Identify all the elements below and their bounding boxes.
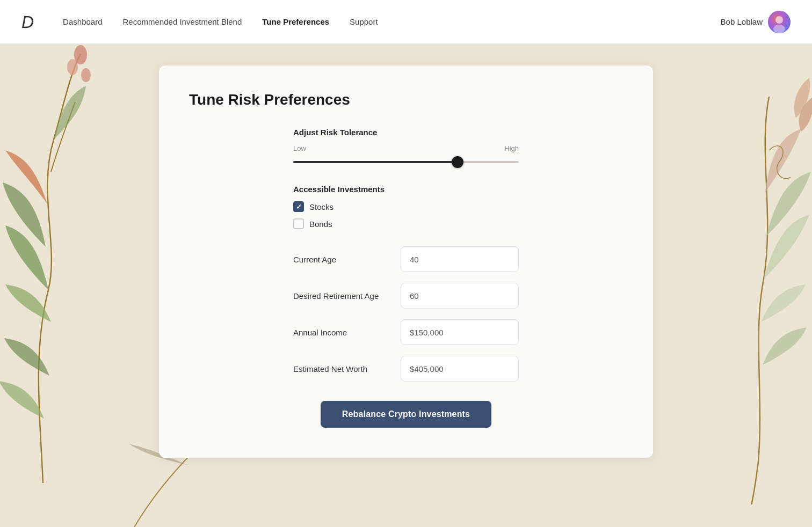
bonds-checkbox[interactable] [293, 218, 304, 229]
stocks-label: Stocks [309, 202, 334, 211]
main-content: Tune Risk Preferences Adjust Risk Tolera… [0, 44, 812, 479]
nav-support[interactable]: Support [341, 13, 387, 31]
current-age-label: Current Age [293, 255, 336, 264]
net-worth-input[interactable] [401, 356, 519, 382]
svg-point-4 [775, 16, 783, 24]
annual-income-row: Annual Income [293, 319, 519, 345]
accessible-investments-label: Accessible Investments [293, 185, 519, 194]
preferences-card: Tune Risk Preferences Adjust Risk Tolera… [159, 65, 653, 458]
username: Bob Loblaw [721, 17, 763, 26]
current-age-input[interactable] [401, 246, 519, 272]
net-worth-row: Estimated Net Worth [293, 356, 519, 382]
avatar[interactable] [768, 11, 791, 33]
retirement-age-row: Desired Retirement Age [293, 283, 519, 309]
slider-wrapper [293, 157, 519, 167]
retirement-age-label: Desired Retirement Age [293, 291, 379, 301]
risk-tolerance-slider[interactable] [293, 161, 519, 163]
retirement-age-input[interactable] [401, 283, 519, 309]
user-profile: Bob Loblaw [721, 11, 791, 33]
app-logo[interactable]: D [21, 13, 33, 31]
current-age-row: Current Age [293, 246, 519, 272]
svg-point-5 [773, 25, 785, 33]
nav-recommended-investment-blend[interactable]: Recommended Investment Blend [114, 13, 251, 31]
page-title: Tune Risk Preferences [189, 91, 623, 108]
checkbox-stocks[interactable]: Stocks [293, 201, 519, 212]
rebalance-button[interactable]: Rebalance Crypto Investments [321, 401, 491, 428]
annual-income-input[interactable] [401, 319, 519, 345]
risk-range-labels: Low High [293, 144, 519, 152]
stocks-checkbox[interactable] [293, 201, 304, 212]
nav-dashboard[interactable]: Dashboard [54, 13, 111, 31]
form-section: Adjust Risk Tolerance Low High Accessibl… [293, 128, 519, 428]
risk-tolerance-section: Adjust Risk Tolerance Low High [293, 128, 519, 167]
accessible-investments-section: Accessible Investments Stocks Bonds [293, 185, 519, 229]
bonds-label: Bonds [309, 219, 332, 229]
nav-tune-preferences[interactable]: Tune Preferences [253, 13, 338, 31]
nav-links: Dashboard Recommended Investment Blend T… [54, 13, 720, 31]
checkbox-bonds[interactable]: Bonds [293, 218, 519, 229]
risk-low-label: Low [293, 144, 306, 152]
net-worth-label: Estimated Net Worth [293, 364, 367, 374]
annual-income-label: Annual Income [293, 328, 347, 337]
risk-high-label: High [504, 144, 519, 152]
risk-tolerance-label: Adjust Risk Tolerance [293, 128, 519, 137]
navbar: D Dashboard Recommended Investment Blend… [0, 0, 812, 44]
